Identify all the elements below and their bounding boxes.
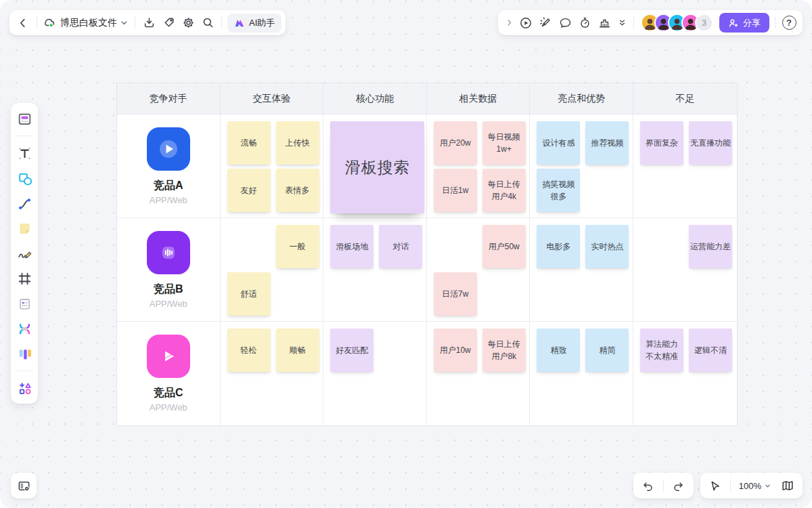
sticky-note[interactable]: 流畅: [227, 121, 271, 165]
competitor-profile[interactable]: 竞品C APP/Web: [117, 322, 221, 425]
redo-icon: [672, 480, 685, 492]
sticky-note[interactable]: 顺畅: [276, 329, 319, 372]
tool-shapes[interactable]: [16, 170, 32, 186]
column-header[interactable]: 亮点和优势: [530, 83, 633, 114]
sticky-note[interactable]: 电影多: [537, 225, 580, 268]
divider: [16, 135, 32, 136]
sticky-note[interactable]: 舒适: [227, 272, 271, 316]
comment-bubble-icon: [559, 16, 572, 29]
tool-frame[interactable]: [16, 270, 32, 287]
sticky-note[interactable]: 搞笑视频 很多: [537, 169, 580, 212]
sticky-note[interactable]: 对话: [379, 225, 422, 268]
whiteboard-canvas[interactable]: 博思白板文件: [0, 0, 812, 508]
cell-weaknesses: 界面复杂 无直播功能: [633, 114, 737, 217]
zoom-control[interactable]: 100%: [734, 481, 776, 491]
competitor-profile[interactable]: 竞品B APP/Web: [117, 218, 221, 321]
column-header[interactable]: 竞争对手: [117, 83, 221, 114]
podium-button[interactable]: [595, 14, 614, 33]
table-row: 竞品C APP/Web 轻松 顺畅 好友匹配 用户10w 每日上传 用户8k 精…: [117, 322, 737, 425]
tool-connector[interactable]: [16, 195, 32, 211]
sticky-note[interactable]: 算法能力 不太精准: [640, 329, 683, 372]
sticky-note[interactable]: 日活1w: [434, 169, 477, 212]
sticky-note[interactable]: 滑板场地: [330, 225, 374, 268]
sticky-note[interactable]: 设计有感: [537, 121, 580, 165]
redo-button[interactable]: [667, 476, 690, 495]
sticky-note[interactable]: 精简: [585, 329, 629, 372]
timer-icon: [579, 16, 591, 29]
collaborator-avatars[interactable]: 3: [641, 14, 713, 32]
column-header[interactable]: 核心功能: [323, 83, 427, 114]
divider: [221, 17, 222, 29]
minimap-button[interactable]: [776, 476, 799, 495]
sticky-note[interactable]: 上传快: [276, 121, 319, 165]
column-header[interactable]: 相关数据: [427, 83, 531, 114]
sticky-note[interactable]: 精致: [537, 329, 580, 372]
back-button[interactable]: [14, 14, 32, 33]
tool-mindmap[interactable]: [16, 320, 32, 337]
comment-button[interactable]: [556, 14, 574, 33]
sticky-note[interactable]: 无直播功能: [689, 121, 732, 165]
competitor-c-app-icon: [147, 335, 190, 378]
sticky-note[interactable]: 每日上传 用户8k: [482, 329, 526, 372]
sticky-note[interactable]: 用户10w: [434, 329, 477, 372]
competitor-name[interactable]: 竞品A: [154, 179, 183, 193]
question-icon: ?: [782, 16, 796, 30]
laser-pointer-button[interactable]: [536, 14, 555, 33]
competitor-name[interactable]: 竞品C: [154, 386, 183, 400]
sticky-note[interactable]: 界面复杂: [640, 121, 683, 165]
competitor-platform: APP/Web: [150, 402, 187, 412]
cell-data: 用户20w 每日视频 1w+ 日活1w 每日上传 用户4k: [427, 114, 531, 217]
history-controls: [633, 473, 694, 499]
sticky-note[interactable]: 日活7w: [434, 272, 477, 316]
more-collaborators-badge[interactable]: 3: [695, 14, 713, 32]
expand-toolbar-button[interactable]: [502, 14, 516, 33]
column-header[interactable]: 交互体验: [221, 83, 324, 114]
sticky-note[interactable]: 友好: [227, 169, 271, 212]
competitor-name[interactable]: 竞品B: [154, 282, 183, 297]
double-chevron-down-icon: [617, 18, 627, 28]
undo-button[interactable]: [637, 476, 660, 495]
column-header[interactable]: 不足: [633, 83, 737, 114]
tool-kanban[interactable]: [16, 345, 32, 362]
settings-button[interactable]: [179, 14, 198, 33]
competitor-b-app-icon: [147, 231, 190, 274]
sticky-note[interactable]: 轻松: [227, 329, 271, 372]
sticky-note[interactable]: 好友匹配: [330, 329, 374, 372]
sticky-note[interactable]: 滑板搜索: [330, 121, 424, 213]
tool-shape-library[interactable]: [16, 380, 32, 396]
competitor-platform: APP/Web: [150, 299, 187, 309]
select-cursor-button[interactable]: [704, 476, 727, 495]
divider: [37, 17, 37, 29]
sticky-note[interactable]: 推荐视频: [585, 121, 629, 165]
sticky-note[interactable]: 一般: [276, 225, 319, 268]
search-button[interactable]: [198, 14, 217, 33]
import-button[interactable]: [139, 14, 158, 33]
tool-templates[interactable]: [16, 110, 32, 127]
sticky-note[interactable]: 用户50w: [482, 225, 526, 268]
sticky-note[interactable]: 逻辑不清: [689, 329, 732, 372]
cell-core-features: 滑板搜索: [323, 114, 427, 217]
tool-text[interactable]: [16, 145, 32, 161]
ai-assistant-button[interactable]: AI助手: [227, 14, 281, 33]
sticky-note[interactable]: 表情多: [276, 169, 319, 212]
sticky-note[interactable]: 每日视频 1w+: [482, 121, 526, 165]
competitor-profile[interactable]: 竞品A APP/Web: [117, 114, 221, 217]
sticky-note[interactable]: 用户20w: [434, 121, 477, 165]
competitor-analysis-table[interactable]: 竞争对手 交互体验 核心功能 相关数据 亮点和优势 不足 竞品A APP/Web…: [116, 83, 738, 426]
doc-title[interactable]: 博思白板文件: [60, 17, 117, 29]
tag-button[interactable]: [159, 14, 178, 33]
board-panel-button[interactable]: [11, 473, 37, 499]
doc-title-menu[interactable]: [120, 18, 131, 27]
tool-document[interactable]: [16, 295, 32, 312]
timer-button[interactable]: [575, 14, 594, 33]
cell-highlights: 电影多 实时热点: [530, 218, 633, 321]
tool-pen[interactable]: [16, 245, 32, 261]
sticky-note[interactable]: 每日上传 用户4k: [482, 169, 526, 212]
tool-sticky-note[interactable]: [16, 220, 32, 236]
help-button[interactable]: ?: [780, 14, 798, 33]
share-button[interactable]: 分享: [719, 13, 769, 33]
sticky-note[interactable]: 实时热点: [585, 225, 629, 268]
present-button[interactable]: [516, 14, 535, 33]
collapse-panel-button[interactable]: [614, 14, 629, 33]
sticky-note[interactable]: 运营能力差: [689, 225, 732, 268]
